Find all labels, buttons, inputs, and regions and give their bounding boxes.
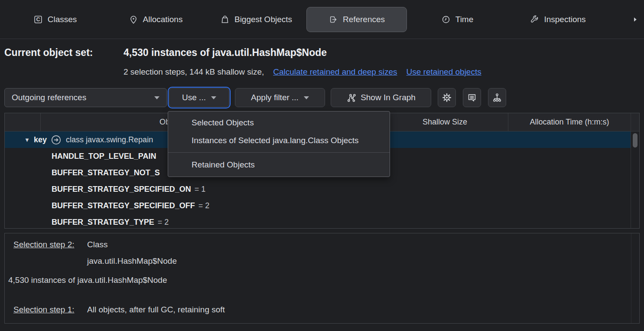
- svg-text:C: C: [36, 16, 40, 23]
- tab-label: Allocations: [143, 15, 183, 24]
- table-row[interactable]: BUFFER_STRATEGY_SPECIFIED_OFF = 2: [5, 197, 631, 214]
- field-name: BUFFER_STRATEGY_SPECIFIED_ON: [52, 185, 191, 194]
- field-name: BUFFER_STRATEGY_NOT_S: [52, 168, 160, 177]
- show-descriptions-button[interactable]: [463, 88, 481, 107]
- time-icon: [441, 15, 451, 24]
- hierarchy-icon: [492, 92, 502, 103]
- menu-item-selected-objects[interactable]: Selected Objects: [168, 114, 390, 131]
- table-row[interactable]: BUFFER_STRATEGY_SPECIFIED_ON = 1: [5, 181, 631, 197]
- current-object-set-subtitle-row: 2 selection steps, 144 kB shallow size, …: [124, 67, 481, 77]
- references-icon: [329, 15, 338, 24]
- calculate-retained-sizes-link[interactable]: Calculate retained and deep sizes: [273, 67, 397, 77]
- selection-step-2-value: java.util.HashMap$Node: [87, 256, 177, 267]
- column-expander: [5, 113, 41, 131]
- use-dropdown-menu: Selected Objects Instances of Selected j…: [168, 111, 390, 177]
- show-in-graph-button[interactable]: Show In Graph: [331, 88, 431, 107]
- tab-references[interactable]: References: [306, 7, 407, 32]
- tab-label: References: [343, 15, 385, 24]
- selection-step-2-type: Class: [87, 239, 108, 250]
- view-tabbar: C Classes Allocations Biggest Objects Re…: [0, 0, 644, 39]
- menu-separator: [168, 152, 390, 153]
- biggest-objects-icon: [220, 15, 230, 24]
- menu-item-instances-of-selected-class[interactable]: Instances of Selected java.lang.Class Ob…: [168, 131, 390, 149]
- selection-steps-panel: Selection step 2: Class java.util.HashMa…: [4, 233, 640, 324]
- tab-label: Time: [455, 15, 474, 24]
- reference-mode-value: Outgoing references: [12, 93, 86, 102]
- tab-label: Biggest Objects: [234, 15, 292, 24]
- show-in-graph-label: Show In Graph: [361, 93, 416, 102]
- selection-step-2-link[interactable]: Selection step 2:: [13, 239, 74, 250]
- combobox-caret-icon: [154, 96, 159, 99]
- apply-filter-label: Apply filter ...: [251, 93, 299, 102]
- use-button-caret-icon: [211, 96, 216, 99]
- selection-step-1-link[interactable]: Selection step 1:: [13, 304, 74, 315]
- current-object-set-title: 4,530 instances of java.util.HashMap$Nod…: [124, 47, 327, 59]
- allocation-icon: [129, 15, 138, 24]
- use-button[interactable]: Use ...: [169, 88, 229, 107]
- column-allocation-time[interactable]: Allocation Time (h:m:s): [508, 113, 631, 131]
- graph-icon: [346, 93, 356, 103]
- settings-button[interactable]: [438, 88, 456, 107]
- menu-item-retained-objects[interactable]: Retained Objects: [168, 156, 390, 174]
- use-retained-objects-link[interactable]: Use retained objects: [406, 67, 481, 77]
- current-object-set-label: Current object set:: [4, 47, 93, 59]
- field-value: = 2: [158, 218, 169, 227]
- referenced-object-text: class javax.swing.Repain: [66, 135, 153, 144]
- steps-scrollbar-track: [631, 233, 631, 323]
- tree-view-button[interactable]: [488, 88, 506, 107]
- scrollbar-thumb[interactable]: [633, 133, 637, 147]
- selection-step-2-summary: 4,530 instances of java.util.HashMap$Nod…: [8, 275, 167, 286]
- heap-walker-window: C Classes Allocations Biggest Objects Re…: [0, 0, 644, 331]
- field-value: = 1: [195, 185, 206, 194]
- field-value: = 2: [198, 201, 210, 210]
- class-icon: C: [33, 15, 43, 24]
- tab-time[interactable]: Time: [407, 7, 507, 32]
- field-name: HANDLE_TOP_LEVEL_PAIN: [52, 152, 156, 161]
- selection-step-1-description: All objects, after full GC, retaining so…: [87, 304, 225, 315]
- reference-mode-select[interactable]: Outgoing references: [4, 88, 167, 107]
- apply-filter-button[interactable]: Apply filter ...: [235, 88, 325, 107]
- tab-overflow-chevron-right-icon[interactable]: [632, 16, 639, 23]
- tab-classes[interactable]: C Classes: [5, 7, 105, 32]
- comment-icon: [467, 92, 477, 103]
- outgoing-reference-icon: [51, 134, 62, 145]
- references-toolbar: Outgoing references Use ... Apply filter…: [4, 87, 640, 109]
- inspections-icon: [530, 15, 539, 24]
- collapse-expander-icon[interactable]: ▼: [24, 137, 34, 143]
- gear-icon: [442, 92, 452, 103]
- selection-summary-text: 2 selection steps, 144 kB shallow size,: [124, 67, 264, 77]
- use-button-label: Use ...: [182, 93, 206, 102]
- field-name: BUFFER_STRATEGY_TYPE: [52, 218, 154, 227]
- tab-inspections[interactable]: Inspections: [507, 7, 608, 32]
- table-row[interactable]: BUFFER_STRATEGY_TYPE = 2: [5, 214, 631, 229]
- reference-name: key: [34, 135, 47, 144]
- column-shallow-size[interactable]: Shallow Size: [382, 113, 508, 131]
- apply-filter-caret-icon: [304, 96, 309, 99]
- field-name: BUFFER_STRATEGY_SPECIFIED_OFF: [52, 201, 195, 210]
- vertical-scrollbar[interactable]: [631, 113, 639, 228]
- tab-biggest-objects[interactable]: Biggest Objects: [206, 7, 306, 32]
- tab-label: Inspections: [544, 15, 585, 24]
- tab-label: Classes: [48, 15, 77, 24]
- tab-allocations[interactable]: Allocations: [105, 7, 206, 32]
